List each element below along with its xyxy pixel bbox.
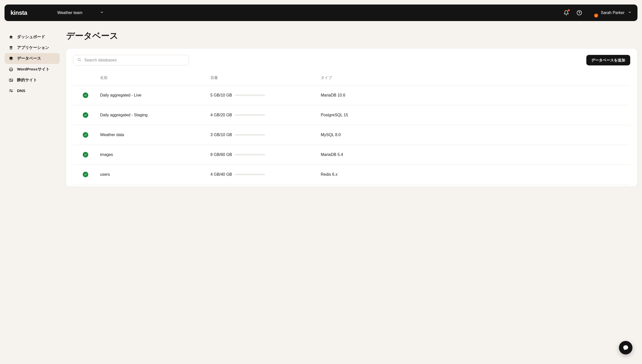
size-cell: 4 GB/20 GB (208, 105, 319, 125)
image-icon (9, 78, 14, 83)
col-size-header: 容量 (208, 71, 319, 85)
svg-line-13 (80, 60, 81, 61)
add-database-button[interactable]: データベースを追加 (586, 55, 630, 65)
user-name: Sarah Parker (601, 11, 624, 15)
sidebar-item-label: DNS (17, 88, 25, 93)
search-wrap (73, 55, 189, 65)
status-cell (73, 85, 98, 105)
notification-dot-icon (568, 9, 570, 11)
table-row[interactable]: Daily aggregated - Live 5 GB/10 GB Maria… (73, 85, 630, 105)
name-cell: Daily aggregated - Live (98, 85, 208, 105)
logo: kinsta (11, 9, 27, 16)
sidebar-item-applications[interactable]: アプリケーション (5, 42, 60, 53)
svg-marker-3 (9, 48, 13, 50)
databases-card: データベースを追加 名前 容量 タイプ Daily aggregated - L… (66, 48, 637, 187)
chevron-down-icon (628, 11, 631, 15)
type-cell: MariaDB 10.6 (319, 85, 630, 105)
sliders-icon (9, 88, 14, 93)
page-title: データベース (66, 30, 637, 42)
table-row[interactable]: users 4 GB/40 GB Redis 6.x (73, 165, 630, 185)
size-cell: 5 GB/10 GB (208, 85, 319, 105)
sidebar-item-static[interactable]: 静的サイト (5, 75, 60, 85)
size-cell: 3 GB/10 GB (208, 125, 319, 145)
col-status (73, 71, 98, 85)
type-cell: PostgreSQL 15 (319, 105, 630, 125)
sidebar-item-label: WordPressサイト (17, 67, 50, 72)
status-cell (73, 105, 98, 125)
avatar: ⚡ (589, 9, 597, 17)
user-menu[interactable]: ⚡ Sarah Parker (589, 9, 631, 17)
size-cell: 8 GB/60 GB (208, 145, 319, 165)
sidebar-item-label: 静的サイト (17, 77, 37, 83)
check-icon (83, 152, 88, 157)
usage-bar (235, 174, 265, 175)
usage-bar (235, 95, 265, 96)
sidebar-item-databases[interactable]: データベース (5, 53, 60, 64)
check-icon (83, 172, 88, 177)
topbar: kinsta Weather team ⚡ Sarah Parker (5, 5, 637, 21)
check-icon (83, 93, 88, 98)
name-cell: Weather data (98, 125, 208, 145)
type-cell: MySQL 8.0 (319, 125, 630, 145)
databases-table: 名前 容量 タイプ Daily aggregated - Live 5 GB/1… (73, 71, 630, 185)
usage-bar (235, 154, 265, 155)
home-icon (9, 35, 14, 40)
table-row[interactable]: Daily aggregated - Staging 4 GB/20 GB Po… (73, 105, 630, 125)
size-cell: 4 GB/40 GB (208, 165, 319, 185)
help-button[interactable] (576, 10, 582, 16)
svg-point-11 (12, 91, 12, 92)
chevron-down-icon (100, 11, 104, 15)
svg-point-9 (10, 90, 11, 90)
size-label: 5 GB/10 GB (210, 93, 232, 98)
topbar-right: ⚡ Sarah Parker (563, 9, 631, 17)
sidebar-item-label: アプリケーション (17, 45, 49, 50)
sidebar: ダッシュボード アプリケーション データベース WordPressサイト 静的サ… (5, 26, 60, 187)
status-cell (73, 165, 98, 185)
sidebar-item-dashboard[interactable]: ダッシュボード (5, 32, 60, 42)
name-cell: images (98, 145, 208, 165)
notifications-button[interactable] (563, 10, 569, 16)
database-icon (9, 56, 14, 61)
search-icon (77, 58, 81, 63)
size-label: 4 GB/20 GB (210, 113, 232, 117)
col-type-header: タイプ (319, 71, 630, 85)
search-input[interactable] (84, 58, 185, 62)
name-cell: Daily aggregated - Staging (98, 105, 208, 125)
wordpress-icon (9, 67, 14, 72)
main: データベース データベースを追加 名前 容量 タイプ (66, 26, 637, 187)
sidebar-item-dns[interactable]: DNS (5, 85, 60, 96)
size-label: 3 GB/10 GB (210, 133, 232, 137)
svg-marker-2 (9, 46, 13, 48)
table-row[interactable]: images 8 GB/60 GB MariaDB 5.4 (73, 145, 630, 165)
usage-bar (235, 134, 265, 136)
team-switcher[interactable]: Weather team (57, 11, 103, 15)
layers-icon (9, 45, 14, 50)
name-cell: users (98, 165, 208, 185)
type-cell: MariaDB 5.4 (319, 145, 630, 165)
team-name: Weather team (57, 11, 82, 15)
status-cell (73, 145, 98, 165)
type-cell: Redis 6.x (319, 165, 630, 185)
sidebar-item-label: データベース (17, 56, 41, 61)
svg-point-7 (10, 79, 11, 80)
status-cell (73, 125, 98, 145)
check-icon (83, 132, 88, 138)
col-name-header: 名前 (98, 71, 208, 85)
sidebar-item-label: ダッシュボード (17, 34, 45, 40)
sidebar-item-wordpress[interactable]: WordPressサイト (5, 64, 60, 75)
usage-bar (235, 114, 265, 116)
bolt-icon: ⚡ (594, 14, 598, 18)
card-head: データベースを追加 (73, 55, 630, 65)
table-row[interactable]: Weather data 3 GB/10 GB MySQL 8.0 (73, 125, 630, 145)
check-icon (83, 112, 88, 118)
size-label: 4 GB/40 GB (210, 172, 232, 177)
size-label: 8 GB/60 GB (210, 152, 232, 157)
